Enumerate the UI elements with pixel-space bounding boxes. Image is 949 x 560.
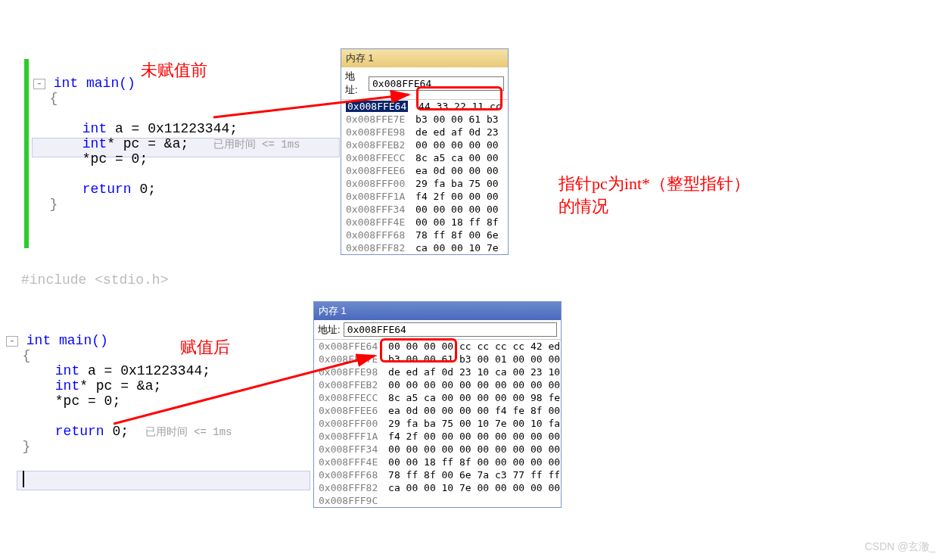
timing-label: 已用时间 <= 1ms bbox=[213, 138, 300, 151]
kw-return: return bbox=[82, 182, 132, 197]
memory-addr-input[interactable] bbox=[344, 322, 557, 337]
memory-row: 0x008FFF68 78 ff 8f 00 6e bbox=[341, 229, 508, 241]
fold-icon[interactable]: - bbox=[6, 336, 18, 347]
code-line: a = 0x11223344; bbox=[107, 121, 238, 136]
memory-row: 0x008FFF00 29 fa ba 75 00 10 7e 00 10 fa bbox=[314, 417, 561, 430]
kw-int: int bbox=[55, 363, 79, 378]
memory-rows: 0x008FFE64 44 33 22 11 cc0x008FFE7E b3 0… bbox=[341, 100, 508, 254]
memory-row: 0x008FFF82 ca 00 00 10 7e 00 00 00 00 00 bbox=[314, 481, 561, 494]
code-line: * pc = &a; bbox=[79, 378, 161, 394]
code-block-1: - int main() { int a = 0x11223344; int* … bbox=[33, 61, 300, 212]
kw-int: int bbox=[82, 121, 107, 136]
include-line: #include <stdio.h> bbox=[21, 272, 168, 288]
code-line: 0; bbox=[132, 182, 156, 197]
memory-row: 0x008FFE7E b3 00 00 61 b3 00 01 00 00 00 bbox=[314, 353, 561, 366]
annotation-after: 赋值后 bbox=[180, 336, 230, 359]
brace-close: } bbox=[23, 439, 31, 454]
watermark: CSDN @玄澈_ bbox=[864, 540, 935, 554]
memory-title: 内存 1 bbox=[314, 302, 561, 320]
code-line: * pc = &a; bbox=[107, 136, 188, 151]
code-line: a = 0x11223344; bbox=[79, 363, 210, 378]
memory-row: 0x008FFF4E 00 00 18 ff 8f 00 00 00 00 00 bbox=[314, 456, 561, 468]
memory-row: 0x008FFE7E b3 00 00 61 b3 bbox=[341, 113, 508, 126]
memory-addr-bar: 地址: bbox=[314, 320, 561, 340]
current-line-highlight-2 bbox=[17, 471, 310, 490]
memory-row: 0x008FFF34 00 00 00 00 00 bbox=[341, 203, 508, 216]
code-line: *pc = 0; bbox=[55, 394, 120, 409]
fold-icon[interactable]: - bbox=[33, 79, 45, 89]
memory-addr-bar: 地址: bbox=[341, 67, 508, 100]
brace-open: { bbox=[23, 348, 31, 363]
kw-return: return bbox=[55, 424, 104, 439]
memory-row: 0x008FFEE6 ea 0d 00 00 00 bbox=[341, 164, 508, 177]
memory-row: 0x008FFF34 00 00 00 00 00 00 00 00 00 00 bbox=[314, 443, 561, 456]
memory-row: 0x008FFF68 78 ff 8f 00 6e 7a c3 77 ff ff bbox=[314, 468, 561, 481]
memory-row: 0x008FFF1A f4 2f 00 00 00 00 00 00 00 00 bbox=[314, 430, 561, 443]
addr-label: 地址: bbox=[318, 323, 341, 337]
memory-row: 0x008FFF1A f4 2f 00 00 00 bbox=[341, 190, 508, 203]
kw-int: int bbox=[82, 136, 107, 151]
brace-close: } bbox=[50, 197, 58, 212]
memory-row: 0x008FFEE6 ea 0d 00 00 00 00 f4 fe 8f 00 bbox=[314, 404, 561, 417]
code-line: 0; bbox=[104, 424, 129, 439]
change-bar bbox=[24, 59, 29, 248]
annotation-before: 未赋值前 bbox=[141, 59, 207, 82]
memory-row: 0x008FFF82 ca 00 00 10 7e bbox=[341, 241, 508, 254]
caret-icon bbox=[23, 471, 24, 487]
memory-row: 0x008FFE64 00 00 00 00 cc cc cc cc 42 ed bbox=[314, 340, 561, 353]
memory-row: 0x008FFE98 de ed af 0d 23 bbox=[341, 126, 508, 138]
memory-row: 0x008FFF00 29 fa ba 75 00 bbox=[341, 177, 508, 190]
memory-panel-2: 内存 1 地址: 0x008FFE64 00 00 00 00 cc cc cc… bbox=[313, 301, 562, 508]
memory-rows: 0x008FFE64 00 00 00 00 cc cc cc cc 42 ed… bbox=[314, 340, 561, 507]
memory-row: 0x008FFE98 de ed af 0d 23 10 ca 00 23 10 bbox=[314, 366, 561, 378]
memory-title: 内存 1 bbox=[341, 49, 508, 67]
addr-label: 地址: bbox=[345, 70, 366, 97]
memory-row: 0x008FFEB2 00 00 00 00 00 00 00 00 00 00 bbox=[314, 378, 561, 391]
memory-row: 0x008FFEB2 00 00 00 00 00 bbox=[341, 138, 508, 151]
memory-addr-input[interactable] bbox=[369, 76, 504, 91]
memory-row: 0x008FFF9C bbox=[314, 494, 561, 507]
memory-row: 0x008FFECC 8c a5 ca 00 00 00 00 00 98 fe bbox=[314, 391, 561, 404]
kw-int: int bbox=[55, 378, 79, 394]
memory-panel-1: 内存 1 地址: 0x008FFE64 44 33 22 11 cc0x008F… bbox=[341, 48, 509, 255]
func-sig: int main() bbox=[26, 333, 108, 348]
code-line: *pc = 0; bbox=[82, 151, 148, 166]
memory-row: 0x008FFE64 44 33 22 11 cc bbox=[341, 100, 508, 113]
timing-label: 已用时间 <= 1ms bbox=[145, 426, 232, 438]
memory-row: 0x008FFF4E 00 00 18 ff 8f bbox=[341, 216, 508, 229]
brace-open: { bbox=[50, 91, 58, 106]
func-sig: int main() bbox=[54, 76, 135, 91]
annotation-right: 指针pc为int*（整型指针） 的情况 bbox=[559, 173, 750, 218]
memory-row: 0x008FFECC 8c a5 ca 00 00 bbox=[341, 151, 508, 164]
